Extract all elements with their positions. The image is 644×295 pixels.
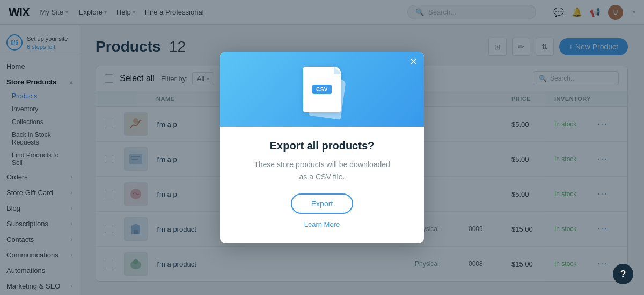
csv-file-icon: CSV xyxy=(303,67,341,112)
modal-body: Export all products? These store product… xyxy=(220,127,424,243)
modal-description: These store products will be downloaded … xyxy=(237,159,407,183)
learn-more-link[interactable]: Learn More xyxy=(237,220,407,228)
modal-desc-line1: These store products will be downloaded xyxy=(254,160,390,169)
csv-badge: CSV xyxy=(312,85,332,94)
modal-close-button[interactable]: ✕ xyxy=(409,57,418,67)
modal-desc-line2: as a CSV file. xyxy=(299,172,345,181)
modal-overlay[interactable]: ✕ CSV Export all products? These store p… xyxy=(0,0,644,295)
export-button[interactable]: Export xyxy=(291,193,353,214)
modal-header: ✕ CSV xyxy=(220,52,424,127)
export-modal: ✕ CSV Export all products? These store p… xyxy=(220,52,424,243)
csv-icon-area: CSV xyxy=(303,67,341,112)
help-button[interactable]: ? xyxy=(613,264,633,284)
modal-title: Export all products? xyxy=(237,140,407,152)
